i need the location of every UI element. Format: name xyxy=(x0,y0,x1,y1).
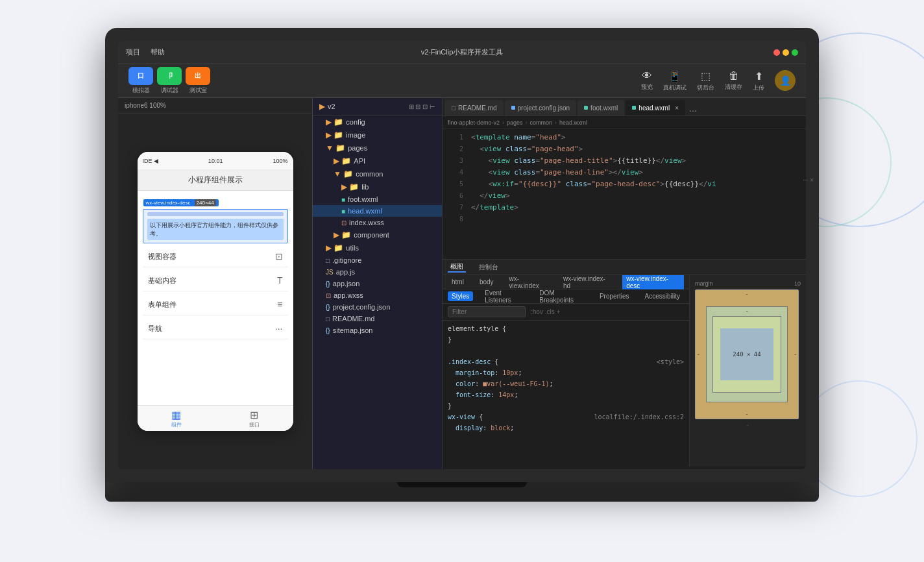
style-line-index-desc: .index-desc { <style> xyxy=(443,356,689,367)
nav-component[interactable]: ▦ 组件 xyxy=(171,409,182,428)
ide-menu: 项目 帮助 xyxy=(126,47,165,57)
breadcrumb-part-4: head.wxml xyxy=(559,119,587,126)
elem-tab-wx-view-desc[interactable]: wx-view.index-desc xyxy=(622,275,684,291)
folder-image[interactable]: ▶ 📁 image xyxy=(313,128,442,141)
filter-hint: :hov .cls + xyxy=(531,308,560,315)
filetree-icons: ⊞ ⊟ ⊡ ⊢ xyxy=(409,103,435,110)
ide-header: 项目 帮助 v2-FinClip小程序开发工具 xyxy=(118,41,806,64)
folder-utils-label: utils xyxy=(346,244,359,252)
style-tab-styles[interactable]: Styles xyxy=(448,291,473,301)
debug-tab-overview[interactable]: 概图 xyxy=(448,262,466,273)
menu-item-help[interactable]: 帮助 xyxy=(151,47,165,57)
folder-config-icon: ▶ 📁 xyxy=(326,117,343,127)
file-readme[interactable]: □ README.md xyxy=(313,313,442,324)
file-project-config[interactable]: {} project.config.json xyxy=(313,301,442,313)
folder-api[interactable]: ▶ 📁 API xyxy=(313,154,442,167)
folder-lib[interactable]: ▶ 📁 lib xyxy=(313,180,442,193)
section-form-icon: ≡ xyxy=(277,299,282,310)
simulator-screen: IDE ◀ 10:01 100% 小程序组件展示 ··· × xyxy=(118,114,312,469)
editor-breadcrumb: fino-applet-demo-v2 › pages › common › h… xyxy=(443,116,806,129)
file-app-json[interactable]: {} app.json xyxy=(313,278,442,289)
preview-action[interactable]: 👁 预览 xyxy=(641,70,653,92)
upload-action[interactable]: ⬆ 上传 xyxy=(753,70,764,92)
folder-pages[interactable]: ▼ 📁 pages xyxy=(313,141,442,154)
close-button[interactable] xyxy=(773,49,780,56)
code-editor[interactable]: 1 <template name="head"> 2 <view class="… xyxy=(443,129,806,259)
avatar-button[interactable]: 👤 xyxy=(775,70,796,91)
ide-toolbar: 口 模拟器 卩 调试器 出 测试室 👁 xyxy=(118,64,806,98)
device-debug-icon: 📱 xyxy=(668,70,681,82)
file-head-wxml[interactable]: ■ head.wxml xyxy=(313,205,442,217)
code-line-8: 8 xyxy=(443,214,806,225)
more-tabs-icon[interactable]: ··· xyxy=(689,105,697,116)
foot-wxml-label: foot.wxml xyxy=(348,195,378,203)
debug-tabs: 概图 控制台 xyxy=(443,260,806,275)
code-line-4: 4 <view class="page-head-line"></view> xyxy=(443,167,806,178)
elem-tab-body[interactable]: body xyxy=(476,277,498,287)
head-wxml-label: head.wxml xyxy=(348,207,382,215)
folder-common[interactable]: ▼ 📁 common xyxy=(313,167,442,180)
folder-utils-icon: ▶ 📁 xyxy=(326,243,343,252)
debugger-mode-button[interactable]: 卩 xyxy=(157,67,182,85)
style-line-fontsize: font-size: 14px; xyxy=(443,389,689,400)
clear-cache-action[interactable]: 🗑 清缓存 xyxy=(725,70,742,92)
foot-wxml-icon: ■ xyxy=(341,196,345,203)
tab-readme[interactable]: □ README.md xyxy=(445,100,504,116)
preview-icon: 👁 xyxy=(642,70,652,82)
folder-utils[interactable]: ▶ 📁 utils xyxy=(313,241,442,254)
debug-filter-bar: :hov .cls + xyxy=(443,304,689,321)
toolbar-left: 口 模拟器 卩 调试器 出 测试室 xyxy=(128,67,210,95)
breadcrumb-part-1: fino-applet-demo-v2 xyxy=(448,119,500,126)
readme-tab-label: README.md xyxy=(458,104,496,112)
tab-head-wxml[interactable]: head.wxml × xyxy=(626,100,685,116)
folder-component[interactable]: ▶ 📁 component xyxy=(313,228,442,241)
folder-config[interactable]: ▶ 📁 config xyxy=(313,116,442,128)
folder-lib-label: lib xyxy=(361,183,369,191)
device-debug-action[interactable]: 📱 真机调试 xyxy=(663,70,687,92)
app-json-label: app.json xyxy=(333,280,360,287)
breadcrumb-part-2: pages xyxy=(507,119,523,126)
file-app-js[interactable]: JS app.js xyxy=(313,266,442,278)
laptop-notch xyxy=(397,482,527,487)
readme-icon: □ xyxy=(326,315,330,323)
debug-left: html body wx-view.index wx-view.index-hd… xyxy=(443,275,689,467)
debug-right: margin 10 - - - - xyxy=(689,275,806,467)
minimize-button[interactable] xyxy=(783,49,789,56)
debugger-mode-item: 卩 调试器 xyxy=(157,67,182,95)
debug-tab-console[interactable]: 控制台 xyxy=(476,263,501,272)
app-wxss-icon: ⊡ xyxy=(326,292,331,299)
style-line-3 xyxy=(443,345,689,356)
maximize-button[interactable] xyxy=(792,49,798,56)
toolbar-right: 👁 预览 📱 真机调试 ⬚ 切后台 🗑 清缓存 xyxy=(641,70,796,92)
editor-tabs: □ README.md project.config.json foot.wxm… xyxy=(443,98,806,116)
phone-frame: IDE ◀ 10:01 100% 小程序组件展示 ··· × xyxy=(138,152,293,431)
head-wxml-icon: ■ xyxy=(341,208,345,215)
elem-tab-html[interactable]: html xyxy=(448,277,468,287)
nav-api-icon: ⊞ xyxy=(250,409,258,421)
style-tab-accessibility[interactable]: Accessibility xyxy=(641,291,684,301)
menu-item-project[interactable]: 项目 xyxy=(126,47,140,57)
style-tab-event[interactable]: Event Listeners xyxy=(481,288,528,305)
file-index-wxss[interactable]: ⊡ index.wxss xyxy=(313,217,442,228)
file-sitemap[interactable]: {} sitemap.json xyxy=(313,324,442,336)
nav-api-label: 接口 xyxy=(249,421,260,428)
style-tab-dom[interactable]: DOM Breakpoints xyxy=(535,288,588,305)
debug-body: html body wx-view.index wx-view.index-hd… xyxy=(443,275,806,467)
test-mode-button[interactable]: 出 xyxy=(186,67,210,85)
file-gitignore[interactable]: □ .gitignore xyxy=(313,254,442,266)
background-action[interactable]: ⬚ 切后台 xyxy=(697,70,714,92)
tab-close-icon[interactable]: × xyxy=(675,104,679,112)
simulator-mode-button[interactable]: 口 xyxy=(128,67,153,85)
app-js-icon: JS xyxy=(326,269,334,276)
tab-project-config[interactable]: project.config.json xyxy=(505,100,577,116)
style-tab-properties[interactable]: Properties xyxy=(596,291,633,301)
phone-app-title: 小程序组件展示 xyxy=(188,175,243,186)
debug-panel: 概图 控制台 html body wx-view.index wx-view xyxy=(443,259,806,467)
file-foot-wxml[interactable]: ■ foot.wxml xyxy=(313,193,442,205)
nav-api[interactable]: ⊞ 接口 xyxy=(249,409,260,428)
styles-filter-input[interactable] xyxy=(448,306,526,317)
tab-foot-wxml[interactable]: foot.wxml xyxy=(578,100,624,116)
laptop-base xyxy=(105,482,819,502)
file-app-wxss[interactable]: ⊡ app.wxss xyxy=(313,289,442,301)
project-config-icon: {} xyxy=(326,304,330,311)
